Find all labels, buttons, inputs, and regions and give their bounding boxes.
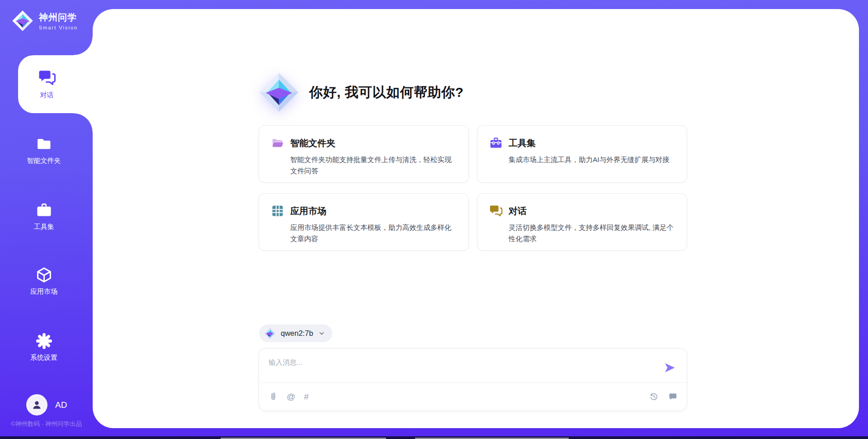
diamond-logo-icon [264, 327, 276, 339]
sidebar-item-app-market[interactable]: 应用市场 [0, 267, 88, 296]
card-description: 应用市场提供丰富长文本模板，助力高效生成多样化文章内容 [290, 222, 458, 244]
card-chat[interactable]: 对话 灵活切换多模型文件，支持多样回复效果调试, 满足个性化需求 [477, 193, 687, 251]
card-description: 灵活切换多模型文件，支持多样回复效果调试, 满足个性化需求 [509, 222, 676, 244]
person-icon [31, 399, 43, 411]
diamond-logo-icon [12, 10, 33, 32]
folder-icon [36, 136, 52, 153]
user-account[interactable]: AD [26, 394, 67, 415]
greeting-title: 你好, 我可以如何帮助你? [309, 83, 464, 102]
brand-logo: 神州问学 Smart Vision [12, 10, 78, 32]
briefcase-icon [489, 136, 503, 150]
card-description: 智能文件夹功能支持批量文件上传与清洗，轻松实现文件问答 [290, 154, 458, 177]
brand-subtitle: Smart Vision [39, 25, 78, 30]
message-composer: @ # [259, 348, 687, 411]
card-description: 集成市场上主流工具，助力AI与外界无缝扩展与对接 [509, 154, 676, 165]
avatar [26, 394, 47, 415]
message-input[interactable] [259, 348, 687, 383]
sidebar-item-settings[interactable]: 系统设置 [0, 333, 88, 362]
send-icon [664, 362, 676, 374]
sidebar-item-label: 智能文件夹 [27, 157, 61, 165]
at-icon[interactable]: @ [287, 392, 295, 401]
hash-icon[interactable]: # [304, 392, 309, 401]
briefcase-icon [36, 202, 52, 219]
card-app-market[interactable]: 应用市场 应用市场提供丰富长文本模板，助力高效生成多样化文章内容 [259, 193, 469, 251]
sidebar-item-label: 系统设置 [30, 353, 57, 362]
send-button[interactable] [664, 362, 676, 374]
sidebar-item-chat[interactable]: 对话 [18, 55, 93, 113]
card-toolkit[interactable]: 工具集 集成市场上主流工具，助力AI与外界无缝扩展与对接 [477, 125, 687, 183]
app-window: 神州问学 Smart Vision 对话 智能文件夹 工具集 应用市场 系统设置… [0, 0, 868, 439]
sidebar-item-label: 工具集 [34, 223, 54, 231]
model-name: qwen2:7b [281, 329, 313, 338]
diamond-logo-icon [259, 72, 299, 113]
composer-toolbar: @ # [259, 382, 687, 410]
copyright-footer: ©神州数码 · 神州问学出品 [11, 420, 82, 428]
chat-icon [489, 204, 503, 218]
chat-icon [38, 69, 56, 87]
card-title: 应用市场 [290, 205, 326, 217]
feature-cards: 智能文件夹 智能文件夹功能支持批量文件上传与清洗，轻松实现文件问答 工具集 集成… [259, 125, 687, 251]
window-bottom-edge [0, 436, 868, 439]
card-title: 智能文件夹 [290, 137, 335, 149]
card-smart-folder[interactable]: 智能文件夹 智能文件夹功能支持批量文件上传与清洗，轻松实现文件问答 [259, 125, 469, 183]
paperclip-icon[interactable] [269, 392, 278, 401]
grid-icon [271, 204, 284, 218]
card-title: 工具集 [509, 137, 536, 149]
history-icon[interactable] [649, 392, 659, 401]
sidebar-item-smart-folder[interactable]: 智能文件夹 [0, 136, 88, 165]
card-title: 对话 [509, 205, 527, 217]
user-initials: AD [55, 400, 67, 410]
brand-name: 神州问学 [39, 11, 78, 24]
cube-icon [36, 267, 52, 283]
sidebar-item-label: 对话 [40, 91, 54, 100]
sidebar-item-toolkit[interactable]: 工具集 [0, 202, 88, 231]
folder-open-icon [271, 136, 284, 150]
chevron-down-icon [318, 330, 325, 337]
model-selector[interactable]: qwen2:7b [259, 324, 332, 342]
gear-icon [36, 333, 52, 349]
greeting-block: 你好, 我可以如何帮助你? [259, 72, 464, 113]
message-icon[interactable] [668, 392, 677, 401]
sidebar-item-label: 应用市场 [30, 287, 57, 296]
